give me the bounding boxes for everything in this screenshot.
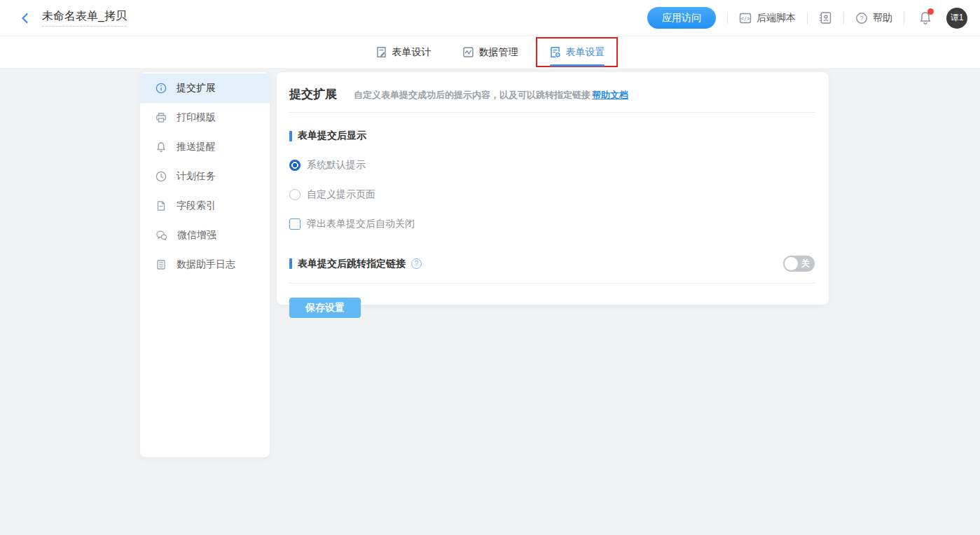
submit-extension-panel: 提交扩展 自定义表单提交成功后的提示内容，以及可以跳转指定链接帮助文档 表单提交… (277, 72, 829, 305)
radio-label: 自定义提示页面 (307, 188, 375, 201)
topbar-actions: 应用访问 </> 后端脚本 ? 帮助 谭1 (647, 7, 967, 29)
tab-data-manage[interactable]: 数据管理 (461, 36, 520, 68)
back-button[interactable] (17, 10, 34, 27)
svg-text:?: ? (860, 14, 863, 22)
sidebar-item-label: 推送提醒 (177, 141, 216, 153)
tab-label: 表单设置 (566, 46, 605, 59)
log-icon (156, 259, 167, 270)
sidebar-item-label: 微信增强 (177, 229, 216, 242)
divider (289, 112, 815, 113)
settings-sidebar: 提交扩展 打印模版 推送提醒 计划任务 字段索引 微信增强 数据助手日志 (140, 72, 270, 457)
code-icon: </> (739, 12, 752, 25)
form-settings-icon (549, 46, 561, 58)
radio-custom-page[interactable]: 自定义提示页面 (289, 188, 815, 201)
top-bar: 未命名表单_拷贝 应用访问 </> 后端脚本 ? 帮助 谭1 (0, 0, 980, 36)
section-display-title: 表单提交后显示 (289, 130, 815, 142)
form-design-icon (375, 46, 387, 58)
divider (843, 12, 844, 25)
sidebar-item-scheduled-tasks[interactable]: 计划任务 (140, 162, 270, 191)
svg-text:</>: </> (740, 15, 750, 22)
tab-label: 表单设计 (392, 46, 432, 59)
tab-form-design[interactable]: 表单设计 (374, 36, 433, 68)
section-redirect-row: 表单提交后跳转指定链接 ? 关 (289, 256, 815, 272)
checkbox-icon[interactable] (289, 218, 301, 230)
divider (289, 283, 815, 284)
wechat-icon (156, 230, 167, 241)
help-doc-link[interactable]: 帮助文档 (592, 90, 628, 100)
divider (727, 12, 728, 25)
chevron-left-icon (19, 12, 32, 25)
checkbox-auto-close[interactable]: 弹出表单提交后自动关闭 (289, 218, 815, 230)
section-redirect-title: 表单提交后跳转指定链接 (289, 258, 406, 270)
app-access-button[interactable]: 应用访问 (647, 7, 716, 29)
bell-icon (156, 141, 167, 153)
sidebar-item-label: 数据助手日志 (177, 258, 235, 271)
divider (807, 12, 808, 25)
radio-unchecked-icon[interactable] (289, 189, 301, 200)
question-circle-icon: ? (855, 12, 868, 25)
clock-icon (156, 171, 167, 182)
tab-label: 数据管理 (479, 46, 518, 59)
printer-icon (156, 112, 167, 123)
question-circle-icon[interactable]: ? (411, 258, 422, 269)
panel-title: 提交扩展 (289, 86, 337, 102)
redirect-toggle[interactable]: 关 (783, 256, 815, 272)
sidebar-item-label: 提交扩展 (177, 82, 216, 95)
backend-script-button[interactable]: </> 后端脚本 (739, 12, 796, 25)
help-button[interactable]: ? 帮助 (855, 12, 892, 25)
avatar[interactable]: 谭1 (946, 8, 967, 29)
document-icon (156, 200, 167, 211)
tab-bar: 表单设计 数据管理 表单设置 (0, 36, 980, 68)
notification-bell-button[interactable] (918, 11, 932, 25)
divider (904, 12, 904, 25)
sidebar-item-push-reminder[interactable]: 推送提醒 (140, 132, 270, 162)
info-icon (156, 83, 167, 94)
sidebar-item-label: 字段索引 (177, 200, 216, 212)
sidebar-item-field-index[interactable]: 字段索引 (140, 191, 270, 221)
sidebar-item-data-assistant-log[interactable]: 数据助手日志 (140, 250, 270, 279)
checkbox-label: 弹出表单提交后自动关闭 (307, 218, 415, 230)
tab-form-settings[interactable]: 表单设置 (548, 36, 607, 68)
contacts-icon[interactable] (819, 11, 832, 25)
sidebar-item-wechat-enhance[interactable]: 微信增强 (140, 221, 270, 250)
sidebar-item-print-template[interactable]: 打印模版 (140, 103, 270, 132)
sidebar-item-label: 打印模版 (177, 111, 216, 124)
backend-script-label: 后端脚本 (757, 12, 796, 25)
radio-label: 系统默认提示 (307, 159, 366, 172)
section-bar (289, 258, 292, 269)
toggle-label: 关 (801, 258, 810, 269)
notification-dot (927, 8, 934, 15)
sidebar-item-label: 计划任务 (177, 170, 216, 183)
radio-checked-icon[interactable] (289, 160, 301, 171)
form-title[interactable]: 未命名表单_拷贝 (42, 9, 127, 27)
save-settings-button[interactable]: 保存设置 (289, 298, 361, 318)
radio-system-default[interactable]: 系统默认提示 (289, 159, 815, 172)
section-bar (289, 131, 292, 141)
toggle-knob (785, 257, 798, 270)
help-label: 帮助 (873, 12, 892, 25)
data-manage-icon (462, 46, 474, 58)
sidebar-item-submit-extension[interactable]: 提交扩展 (140, 74, 270, 103)
panel-description: 自定义表单提交成功后的提示内容，以及可以跳转指定链接帮助文档 (354, 89, 628, 102)
panel-header: 提交扩展 自定义表单提交成功后的提示内容，以及可以跳转指定链接帮助文档 (289, 86, 815, 102)
